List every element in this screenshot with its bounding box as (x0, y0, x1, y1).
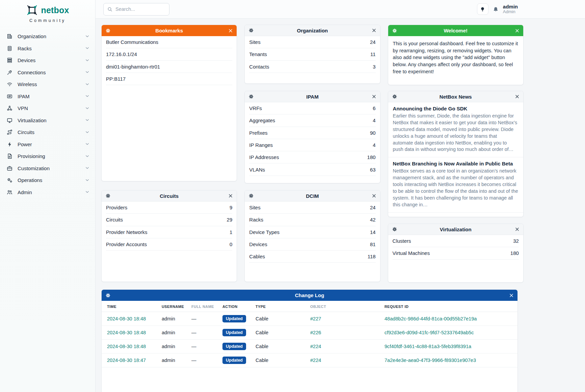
stat-value-link[interactable]: 63 (370, 167, 376, 173)
stat-label-link[interactable]: Sites (249, 39, 260, 45)
stat-label-link[interactable]: Clusters (393, 238, 411, 244)
time-link[interactable]: 2024-08-30 18:47 (107, 358, 146, 363)
stat-label-link[interactable]: VRFs (249, 105, 262, 111)
stat-label-link[interactable]: Provider Networks (106, 229, 148, 235)
gear-icon[interactable] (249, 193, 254, 198)
sidebar-item-operations[interactable]: Operations (0, 174, 95, 186)
sidebar-item-ipam[interactable]: IPAM (0, 90, 95, 103)
stat-value-link[interactable]: 11 (370, 51, 376, 57)
bookmark-link[interactable]: 172.16.0.1/24 (106, 51, 137, 57)
stat-label-link[interactable]: Device Types (249, 229, 280, 235)
sidebar-item-customization[interactable]: Customization (0, 162, 95, 175)
netbox-logo[interactable]: netbox Community (0, 0, 95, 23)
stat-value-link[interactable]: 0 (230, 241, 232, 247)
stat-value-link[interactable]: 42 (370, 217, 376, 223)
request-id-link[interactable]: 48ad8b2c-986d-44fd-81ca-00d55b27e19a (384, 316, 477, 321)
gear-icon[interactable] (392, 227, 397, 232)
sidebar-item-connections[interactable]: Connections (0, 67, 95, 79)
gear-icon[interactable] (392, 94, 397, 99)
stat-label-link[interactable]: Cables (249, 254, 265, 259)
gear-icon[interactable] (106, 293, 110, 298)
gear-icon[interactable] (106, 28, 110, 33)
time-link[interactable]: 2024-08-30 18:48 (107, 344, 146, 349)
stat-label-link[interactable]: Providers (106, 205, 127, 210)
object-link[interactable]: #224 (310, 344, 321, 349)
time-link[interactable]: 2024-08-30 18:48 (107, 316, 146, 321)
bookmark-link[interactable]: dmi01-binghamton-rtr01 (106, 64, 160, 70)
sidebar-item-virtualization[interactable]: Virtualization (0, 114, 95, 127)
stat-label-link[interactable]: IP Addresses (249, 154, 279, 160)
sidebar-item-devices[interactable]: Devices (0, 54, 95, 67)
gear-icon[interactable] (249, 94, 254, 99)
close-icon[interactable] (515, 29, 519, 33)
stat-value-link[interactable]: 4 (373, 117, 375, 123)
close-icon[interactable] (372, 95, 376, 99)
stat-label-link[interactable]: Circuits (106, 217, 123, 223)
stat-value-link[interactable]: 32 (513, 238, 519, 244)
close-icon[interactable] (372, 194, 376, 198)
request-id-link[interactable]: 7a2e4e3e-aea0-47f3-9966-f89301e907e3 (384, 358, 476, 363)
stat-value-link[interactable]: 1 (230, 229, 232, 235)
stat-value-link[interactable]: 6 (373, 105, 375, 111)
sidebar-item-admin[interactable]: Admin (0, 186, 95, 199)
action-badge[interactable]: Updated (222, 343, 246, 350)
sidebar-item-provisioning[interactable]: Provisioning (0, 150, 95, 162)
stat-value-link[interactable]: 24 (370, 39, 376, 45)
time-link[interactable]: 2024-08-30 18:48 (107, 330, 146, 335)
stat-label-link[interactable]: Tenants (249, 51, 267, 57)
news-headline-link[interactable]: Announcing the Diode Go SDK (393, 106, 468, 111)
action-badge[interactable]: Updated (222, 357, 246, 364)
stat-value-link[interactable]: 29 (227, 217, 233, 223)
object-link[interactable]: #227 (310, 316, 321, 321)
sidebar-item-racks[interactable]: Racks (0, 43, 95, 55)
notifications-button[interactable] (493, 6, 499, 12)
close-icon[interactable] (229, 194, 233, 198)
close-icon[interactable] (515, 95, 519, 99)
stat-value-link[interactable]: 90 (370, 130, 376, 136)
stat-label-link[interactable]: Aggregates (249, 117, 275, 123)
gear-icon[interactable] (106, 193, 110, 198)
gear-icon[interactable] (392, 28, 397, 33)
stat-label-link[interactable]: Virtual Machines (393, 250, 430, 256)
user-menu[interactable]: admin Admin (503, 4, 518, 15)
stat-label-link[interactable]: Provider Accounts (106, 241, 147, 247)
stat-label-link[interactable]: Devices (249, 241, 267, 247)
action-badge[interactable]: Updated (222, 329, 246, 336)
action-badge[interactable]: Updated (222, 315, 246, 322)
sidebar-item-wireless[interactable]: Wireless (0, 78, 95, 90)
sidebar-item-vpn[interactable]: VPN (0, 102, 95, 114)
news-headline-link[interactable]: NetBox Branching is Now Available in Pub… (393, 161, 513, 166)
stat-label-link[interactable]: Racks (249, 217, 263, 223)
search-input[interactable] (115, 6, 163, 12)
stat-value-link[interactable]: 9 (230, 205, 232, 210)
stat-value-link[interactable]: 180 (510, 250, 519, 256)
stat-value-link[interactable]: 118 (368, 254, 376, 259)
sidebar-item-power[interactable]: Power (0, 138, 95, 151)
stat-value-link[interactable]: 4 (373, 142, 375, 148)
stat-label-link[interactable]: Sites (249, 205, 260, 210)
stat-value-link[interactable]: 24 (370, 205, 376, 210)
stat-label-link[interactable]: IP Ranges (249, 142, 273, 148)
close-icon[interactable] (515, 227, 519, 231)
object-link[interactable]: #224 (310, 358, 321, 363)
bookmark-link[interactable]: PP:B117 (106, 76, 126, 82)
stat-value-link[interactable]: 180 (367, 154, 376, 160)
request-id-link[interactable]: cf92d3e6-d09d-41fc-9fd7-52337649ab5c (384, 330, 474, 335)
request-id-link[interactable]: 9cf40fdf-3461-4c88-81a3-5feb39f8391a (384, 344, 471, 349)
theme-toggle-button[interactable] (477, 3, 488, 15)
sidebar-item-organization[interactable]: Organization (0, 30, 95, 43)
close-icon[interactable] (509, 293, 513, 297)
stat-value-link[interactable]: 3 (373, 64, 375, 70)
search-box[interactable] (103, 3, 169, 16)
stat-label-link[interactable]: Contacts (249, 64, 269, 70)
object-link[interactable]: #226 (310, 330, 321, 335)
gear-icon[interactable] (249, 28, 254, 33)
close-icon[interactable] (372, 28, 376, 32)
sidebar-item-circuits[interactable]: Circuits (0, 126, 95, 138)
stat-label-link[interactable]: VLANs (249, 167, 265, 173)
close-icon[interactable] (229, 29, 233, 33)
news-headline-link[interactable]: A New Look For NetBox and NetBox Labs (393, 216, 493, 217)
stat-label-link[interactable]: Prefixes (249, 130, 267, 136)
bookmark-link[interactable]: Butler Communications (106, 39, 158, 45)
stat-value-link[interactable]: 14 (370, 229, 376, 235)
